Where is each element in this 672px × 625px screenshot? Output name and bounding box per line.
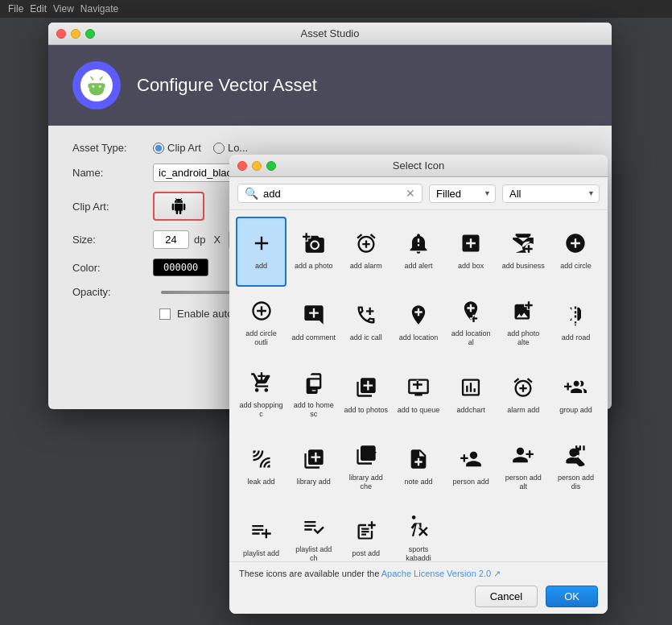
dialog-titlebar: Select Icon <box>229 155 608 177</box>
playlist_add_check-icon <box>303 515 325 542</box>
add_box-label: add box <box>458 262 484 271</box>
icon-cell-add[interactable]: add <box>236 217 287 287</box>
icon-cell-add_box[interactable]: add box <box>446 217 497 287</box>
alarm_add-label: alarm add <box>507 406 539 415</box>
asset-type-row: Asset Type: Clip Art Lo... <box>72 142 587 154</box>
icon-cell-person_add_disabled[interactable]: person add dis <box>550 432 601 502</box>
menu-navigate[interactable]: Navigate <box>80 3 118 14</box>
menu-edit[interactable]: Edit <box>30 3 47 14</box>
add_business-label: add business <box>502 262 545 271</box>
add_photo_alt-label: add photo alte <box>501 329 546 347</box>
dialog-minimize-button[interactable] <box>252 161 262 171</box>
cancel-button[interactable]: Cancel <box>475 586 538 607</box>
icon-cell-library_add_check[interactable]: library add che <box>340 432 391 502</box>
add_ic_call-icon <box>355 304 377 330</box>
icon-cell-addchart[interactable]: addchart <box>446 360 497 430</box>
add_alarm-label: add alarm <box>350 262 382 271</box>
traffic-lights <box>56 29 95 39</box>
icon-cell-add_to_photos[interactable]: add to photos <box>340 360 391 430</box>
add_shopping_cart-icon <box>250 371 273 398</box>
svg-point-3 <box>99 85 101 88</box>
icon-cell-alarm_add[interactable]: alarm add <box>498 360 549 430</box>
sports_kabaddi-label: sports kabaddi <box>396 545 440 563</box>
icon-cell-add_to_home_screen[interactable]: add to home sc <box>288 360 339 430</box>
icon-cell-add_alarm[interactable]: add alarm <box>340 217 391 287</box>
android-logo-icon <box>85 74 108 97</box>
clip-art-radio-dot <box>153 143 164 154</box>
icon-cell-add_a_photo[interactable]: add a photo <box>288 217 339 287</box>
library_add-label: library add <box>297 478 331 486</box>
icon-cell-person_add_alt[interactable]: person add alt <box>498 432 549 502</box>
size-width-input[interactable] <box>153 230 189 249</box>
asset-studio-header: Configure Vector Asset <box>48 45 612 126</box>
mirror-checkbox[interactable] <box>159 308 171 320</box>
icon-cell-add_comment[interactable]: add comment <box>288 288 339 358</box>
icon-grid: addadd a photoadd alarmadd alertadd boxa… <box>229 210 608 581</box>
icon-cell-add_location_alt[interactable]: add location al <box>446 288 497 358</box>
menu-view[interactable]: View <box>53 3 74 14</box>
icon-cell-person_add[interactable]: person add <box>446 432 497 502</box>
icon-cell-add_business[interactable]: add business <box>498 217 549 287</box>
dialog-title: Select Icon <box>393 159 444 172</box>
icon-cell-add_road[interactable]: add road <box>550 288 601 358</box>
icon-cell-group_add[interactable]: group add <box>550 360 601 430</box>
asset-studio-titlebar: Asset Studio <box>48 23 612 45</box>
menu-file[interactable]: File <box>8 3 23 14</box>
clip-art-button[interactable] <box>153 192 204 221</box>
add_box-icon <box>460 232 482 259</box>
style-select[interactable]: Filled Outlined Rounded TwoTone Sharp <box>429 184 496 203</box>
icon-cell-note_add[interactable]: note add <box>393 432 443 502</box>
minimize-button[interactable] <box>71 29 80 39</box>
add_circle_outline-label: add circle outli <box>239 329 283 347</box>
search-clear-icon[interactable]: ✕ <box>406 187 415 200</box>
icon-cell-library_add[interactable]: library add <box>288 432 339 502</box>
icon-cell-add_location[interactable]: add location <box>393 288 443 358</box>
icon-cell-add_alert[interactable]: add alert <box>393 217 443 287</box>
ok-button[interactable]: OK <box>546 586 598 607</box>
android-clip-art-icon <box>171 198 187 214</box>
dialog-maximize-button[interactable] <box>266 161 276 171</box>
note_add-icon <box>407 448 430 474</box>
opacity-label: Opacity: <box>72 286 153 298</box>
add-label: add <box>255 262 267 271</box>
playlist_add-label: playlist add <box>243 549 279 558</box>
add_to_photos-icon <box>355 376 377 403</box>
person_add_alt-label: person add alt <box>501 474 546 491</box>
person_add-icon <box>460 448 482 474</box>
add_alert-label: add alert <box>404 262 432 271</box>
svg-point-2 <box>92 85 94 88</box>
add_to_queue-label: add to queue <box>398 406 440 415</box>
icon-cell-add_ic_call[interactable]: add ic call <box>340 288 391 358</box>
clip-art-radio[interactable]: Clip Art <box>153 142 201 154</box>
asset-type-label: Asset Type: <box>72 142 153 154</box>
maximize-button[interactable] <box>85 29 95 39</box>
color-swatch[interactable]: 000000 <box>153 259 208 276</box>
person_add-label: person add <box>453 478 489 486</box>
person_add_disabled-icon <box>564 444 587 470</box>
post_add-icon <box>355 519 377 546</box>
add_comment-label: add comment <box>291 333 336 342</box>
local-file-radio[interactable]: Lo... <box>213 142 248 154</box>
search-icon: 🔍 <box>245 187 258 200</box>
style-select-wrapper: Filled Outlined Rounded TwoTone Sharp <box>429 184 496 203</box>
icon-cell-add_to_queue[interactable]: add to queue <box>393 360 443 430</box>
library_add_check-label: library add che <box>344 474 388 491</box>
leak_add-label: leak add <box>248 478 275 486</box>
search-input[interactable] <box>263 188 401 200</box>
add_shopping_cart-label: add shopping c <box>239 401 283 419</box>
license-text: These icons are available under the Apac… <box>239 569 598 579</box>
dialog-close-button[interactable] <box>237 161 247 171</box>
icon-cell-add_photo_alt[interactable]: add photo alte <box>498 288 549 358</box>
icon-cell-leak_add[interactable]: leak add <box>236 432 287 502</box>
category-select[interactable]: All Action Alert Content Communication <box>502 184 600 203</box>
name-label: Name: <box>72 167 153 179</box>
add_ic_call-label: add ic call <box>350 333 382 342</box>
icon-cell-add_shopping_cart[interactable]: add shopping c <box>236 360 287 430</box>
license-link[interactable]: Apache License Version 2.0 ↗ <box>381 569 501 578</box>
clip-art-label: Clip Art: <box>72 201 153 213</box>
add_alert-icon <box>407 232 430 259</box>
size-x-label: X <box>213 234 221 246</box>
close-button[interactable] <box>56 29 66 39</box>
icon-cell-add_circle_outline[interactable]: add circle outli <box>236 288 287 358</box>
icon-cell-add_circle[interactable]: add circle <box>550 217 601 287</box>
